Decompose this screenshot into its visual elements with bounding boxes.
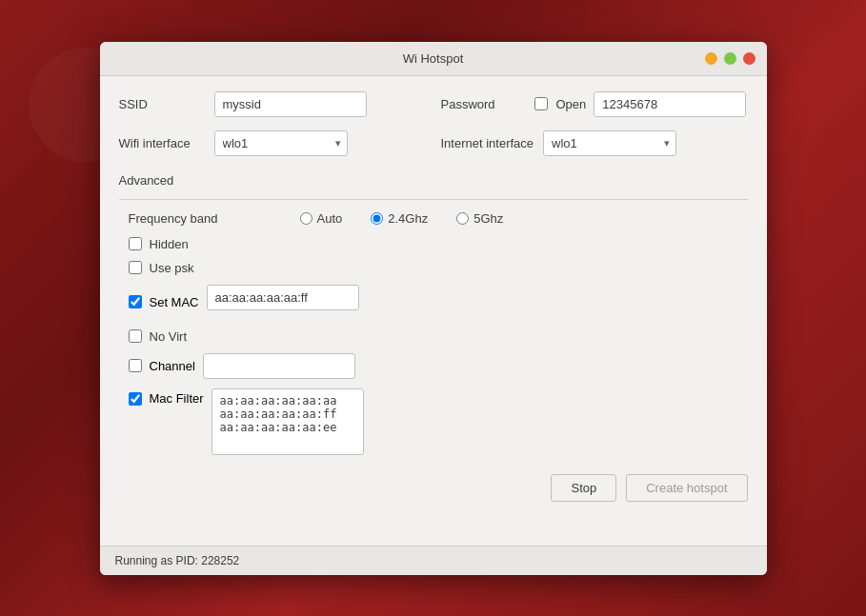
dialog-content: SSID Password Open Wifi interface wlo1	[100, 76, 767, 546]
password-input[interactable]	[594, 91, 746, 117]
no-virt-row: No Virt	[129, 329, 748, 344]
window-controls	[705, 52, 755, 65]
set-mac-label: Set MAC	[150, 295, 199, 309]
use-psk-label: Use psk	[150, 261, 194, 275]
set-mac-checkbox[interactable]	[129, 295, 142, 308]
status-bar: Running as PID: 228252	[100, 546, 767, 575]
mac-filter-textarea[interactable]: aa:aa:aa:aa:aa:aa aa:aa:aa:aa:aa:ff aa:a…	[211, 388, 364, 455]
wifi-interface-select-wrapper: wlo1	[214, 130, 348, 156]
open-checkbox[interactable]	[534, 97, 548, 110]
channel-label: Channel	[150, 359, 195, 373]
use-psk-row: Use psk	[129, 261, 748, 275]
wifi-interface-select[interactable]: wlo1	[214, 130, 348, 156]
radio-2-4ghz-label: 2.4Ghz	[388, 211, 428, 226]
create-hotspot-button[interactable]: Create hotspot	[626, 474, 747, 502]
password-group: Password Open	[441, 91, 748, 117]
internet-interface-label: Internet interface	[441, 136, 534, 150]
no-virt-checkbox[interactable]	[129, 329, 142, 343]
channel-row: Channel	[129, 353, 748, 379]
no-virt-label: No Virt	[150, 329, 188, 344]
radio-2-4ghz-input[interactable]	[371, 212, 383, 225]
ssid-group: SSID	[119, 91, 426, 117]
divider	[119, 199, 748, 200]
frequency-band-label: Frequency band	[129, 211, 300, 226]
set-mac-input[interactable]	[207, 285, 359, 310]
channel-input[interactable]	[203, 353, 355, 379]
titlebar: Wi Hotspot	[100, 42, 767, 76]
window-title: Wi Hotspot	[403, 51, 464, 66]
close-button[interactable]	[743, 52, 755, 65]
status-text: Running as PID: 228252	[115, 554, 240, 567]
mac-filter-row: Mac Filter aa:aa:aa:aa:aa:aa aa:aa:aa:aa…	[129, 388, 748, 455]
channel-checkbox[interactable]	[129, 359, 142, 372]
wifi-interface-group: Wifi interface wlo1	[119, 130, 426, 156]
ssid-password-row: SSID Password Open	[119, 91, 748, 117]
wifi-interface-label: Wifi interface	[119, 136, 205, 150]
maximize-button[interactable]	[724, 52, 736, 65]
ssid-label: SSID	[119, 97, 205, 111]
radio-auto[interactable]: Auto	[300, 211, 343, 226]
use-psk-checkbox[interactable]	[129, 261, 142, 274]
hidden-row: Hidden	[129, 237, 748, 251]
radio-auto-input[interactable]	[300, 212, 312, 225]
button-row: Stop Create hotspot	[119, 465, 748, 509]
frequency-band-row: Frequency band Auto 2.4Ghz 5Ghz	[119, 211, 748, 226]
ssid-input[interactable]	[214, 91, 367, 117]
hidden-checkbox[interactable]	[129, 237, 142, 250]
internet-interface-group: Internet interface wlo1	[441, 130, 748, 156]
internet-interface-select-wrapper: wlo1	[543, 130, 676, 156]
open-label: Open	[556, 97, 587, 111]
radio-5ghz-label: 5Ghz	[473, 211, 503, 226]
minimize-button[interactable]	[705, 52, 717, 65]
internet-interface-select[interactable]: wlo1	[543, 130, 676, 156]
radio-5ghz[interactable]: 5Ghz	[456, 211, 503, 226]
dialog-window: Wi Hotspot SSID Password Open	[100, 42, 767, 575]
password-label: Password	[441, 97, 527, 111]
hidden-label: Hidden	[150, 237, 189, 251]
set-mac-row: Set MAC	[129, 285, 748, 320]
interface-row: Wifi interface wlo1 Internet interface w…	[119, 130, 748, 156]
frequency-options: Auto 2.4Ghz 5Ghz	[300, 211, 504, 226]
advanced-label: Advanced	[119, 173, 748, 188]
radio-auto-label: Auto	[317, 211, 343, 226]
stop-button[interactable]: Stop	[551, 474, 616, 502]
mac-filter-checkbox[interactable]	[129, 392, 142, 406]
mac-filter-label: Mac Filter	[150, 391, 204, 406]
radio-5ghz-input[interactable]	[456, 212, 469, 225]
radio-2-4ghz[interactable]: 2.4Ghz	[371, 211, 428, 226]
advanced-section: Advanced Frequency band Auto 2.4Ghz	[119, 169, 748, 465]
